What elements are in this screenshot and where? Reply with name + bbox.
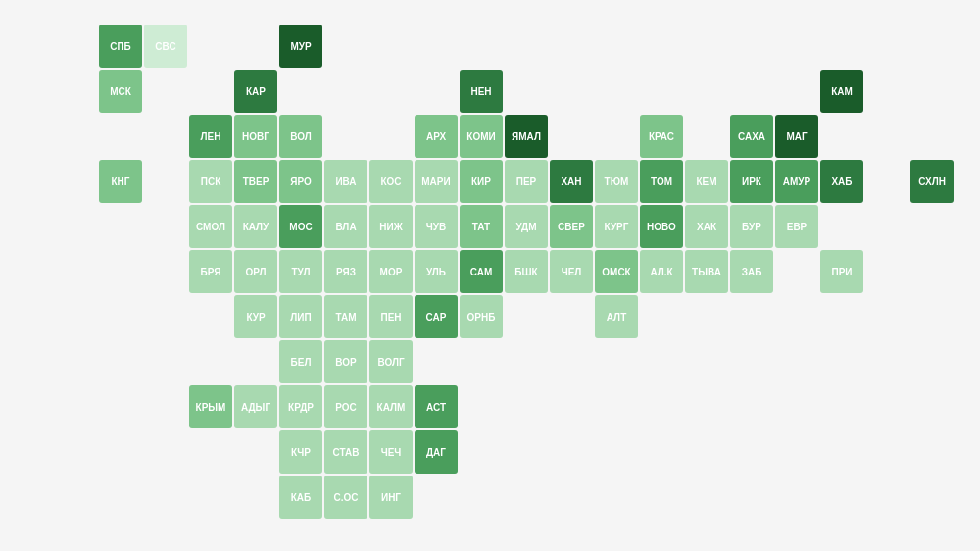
region-yamal[interactable]: ЯМАЛ	[505, 115, 548, 158]
region-han[interactable]: ХАН	[550, 160, 593, 203]
region-udm[interactable]: УДМ	[505, 205, 548, 248]
map-container: СПБСВСМУРМСККАРНЕНКАМЛЕННОВГВОЛАРХКОМИЯМ…	[0, 0, 980, 551]
region-kalu[interactable]: КАЛУ	[234, 205, 277, 248]
region-vla[interactable]: ВЛА	[324, 205, 368, 248]
region-sos[interactable]: С.ОС	[324, 476, 368, 519]
region-msk[interactable]: МСК	[99, 70, 142, 113]
region-bur[interactable]: БУР	[730, 205, 773, 248]
region-vor[interactable]: ВОР	[324, 340, 368, 383]
region-mor[interactable]: МОР	[369, 250, 413, 293]
region-krym[interactable]: КРЫМ	[189, 385, 232, 428]
region-yaro[interactable]: ЯРО	[279, 160, 322, 203]
region-chuv[interactable]: ЧУВ	[415, 205, 458, 248]
region-saha[interactable]: САХА	[730, 115, 773, 158]
region-zab[interactable]: ЗАБ	[730, 250, 773, 293]
region-pen[interactable]: ПЕН	[369, 295, 413, 338]
region-sver[interactable]: СВЕР	[550, 205, 593, 248]
region-bel[interactable]: БЕЛ	[279, 340, 322, 383]
region-ryaz[interactable]: РЯЗ	[324, 250, 368, 293]
region-vol[interactable]: ВОЛ	[279, 115, 322, 158]
region-tam[interactable]: ТАМ	[324, 295, 368, 338]
region-smol[interactable]: СМОЛ	[189, 205, 232, 248]
region-shlh[interactable]: СХЛН	[910, 160, 954, 203]
region-chel[interactable]: ЧЕЛ	[550, 250, 593, 293]
region-kem[interactable]: КЕМ	[685, 160, 728, 203]
region-tver[interactable]: ТВЕР	[234, 160, 277, 203]
region-novg[interactable]: НОВГ	[234, 115, 277, 158]
region-alt[interactable]: АЛТ	[595, 295, 638, 338]
region-iva[interactable]: ИВА	[324, 160, 368, 203]
region-novo[interactable]: НОВО	[640, 205, 683, 248]
region-alk[interactable]: АЛ.К	[640, 250, 683, 293]
region-evr[interactable]: ЕВР	[775, 205, 818, 248]
regions-grid: СПБСВСМУРМСККАРНЕНКАМЛЕННОВГВОЛАРХКОМИЯМ…	[0, 0, 980, 551]
region-kar[interactable]: КАР	[234, 70, 277, 113]
region-tyum[interactable]: ТЮМ	[595, 160, 638, 203]
region-adyg[interactable]: АДЫГ	[234, 385, 277, 428]
region-nizh[interactable]: НИЖ	[369, 205, 413, 248]
region-kalm[interactable]: КАЛМ	[369, 385, 413, 428]
region-chech[interactable]: ЧЕЧ	[369, 430, 413, 474]
region-dag[interactable]: ДАГ	[415, 430, 458, 474]
region-kam[interactable]: КАМ	[820, 70, 863, 113]
region-svs[interactable]: СВС	[144, 25, 187, 68]
region-per[interactable]: ПЕР	[505, 160, 548, 203]
region-amur[interactable]: АМУР	[775, 160, 818, 203]
region-kur[interactable]: КУР	[234, 295, 277, 338]
region-irk[interactable]: ИРК	[730, 160, 773, 203]
region-kir[interactable]: КИР	[460, 160, 503, 203]
region-ast[interactable]: АСТ	[415, 385, 458, 428]
region-tat[interactable]: ТАТ	[460, 205, 503, 248]
region-sar[interactable]: САР	[415, 295, 458, 338]
region-arh[interactable]: АРХ	[415, 115, 458, 158]
region-sam[interactable]: САМ	[460, 250, 503, 293]
region-lip[interactable]: ЛИП	[279, 295, 322, 338]
region-spb[interactable]: СПБ	[99, 25, 142, 68]
region-tyva[interactable]: ТЫВА	[685, 250, 728, 293]
region-hak[interactable]: ХАК	[685, 205, 728, 248]
region-pri[interactable]: ПРИ	[820, 250, 863, 293]
region-komi[interactable]: КОМИ	[460, 115, 503, 158]
region-kos[interactable]: КОС	[369, 160, 413, 203]
region-kchr[interactable]: КЧР	[279, 430, 322, 474]
region-bry[interactable]: БРЯ	[189, 250, 232, 293]
region-orl[interactable]: ОРЛ	[234, 250, 277, 293]
region-ornb[interactable]: ОРНБ	[460, 295, 503, 338]
region-kng[interactable]: КНГ	[99, 160, 142, 203]
region-omsk[interactable]: ОМСК	[595, 250, 638, 293]
region-psk[interactable]: ПСК	[189, 160, 232, 203]
region-volg[interactable]: ВОЛГ	[369, 340, 413, 383]
region-mari[interactable]: МАРИ	[415, 160, 458, 203]
region-ul[interactable]: УЛЬ	[415, 250, 458, 293]
region-tul[interactable]: ТУЛ	[279, 250, 322, 293]
region-ros[interactable]: РОС	[324, 385, 368, 428]
region-tom[interactable]: ТОМ	[640, 160, 683, 203]
region-ing[interactable]: ИНГ	[369, 476, 413, 519]
region-bshk[interactable]: БШК	[505, 250, 548, 293]
region-krdr[interactable]: КРДР	[279, 385, 322, 428]
region-mag[interactable]: МАГ	[775, 115, 818, 158]
region-mur[interactable]: МУР	[279, 25, 322, 68]
region-nen[interactable]: НЕН	[460, 70, 503, 113]
region-kab[interactable]: КАБ	[279, 476, 322, 519]
region-mos[interactable]: МОС	[279, 205, 322, 248]
region-kras[interactable]: КРАС	[640, 115, 683, 158]
region-hab[interactable]: ХАБ	[820, 160, 863, 203]
region-kurg[interactable]: КУРГ	[595, 205, 638, 248]
region-stav[interactable]: СТАВ	[324, 430, 368, 474]
region-len[interactable]: ЛЕН	[189, 115, 232, 158]
